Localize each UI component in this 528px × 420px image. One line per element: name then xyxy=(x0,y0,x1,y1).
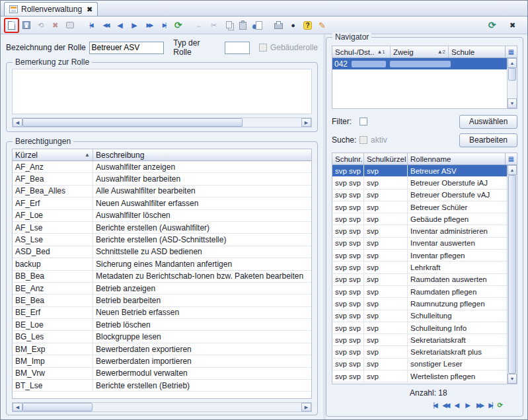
column-header-rollenname[interactable]: Rollenname xyxy=(408,153,505,164)
column-chooser-button[interactable]: ▦ xyxy=(505,153,517,164)
scrollbar-thumb[interactable] xyxy=(22,118,243,127)
table-row[interactable]: AF_BeaAuswahlfilter bearbeiten xyxy=(13,173,311,185)
table-row[interactable]: ASD_BedSchnittstelle zu ASD bedienen xyxy=(13,246,311,258)
table-row[interactable]: backupSicherung eines Mandanten anfertig… xyxy=(13,258,311,270)
scrollbar-track[interactable] xyxy=(22,118,301,127)
nav-fast-backward-button[interactable]: ◀◀ xyxy=(442,402,448,409)
table-row[interactable]: BT_LseBerichte erstellen (Betrieb) xyxy=(13,380,311,392)
copy-button[interactable] xyxy=(221,18,235,32)
table-row[interactable]: svp svpsvpRaumdaten auswerten xyxy=(332,274,507,286)
table-row[interactable]: 042 xyxy=(332,58,507,70)
table-row[interactable]: svp svpsvpRaumnutzung pflegen xyxy=(332,298,507,310)
refresh-button[interactable]: ⟳ xyxy=(171,18,185,32)
scrollbar-track[interactable] xyxy=(22,403,301,411)
column-header-schulnr[interactable]: Schul-/Dst.. ▲1 xyxy=(332,46,391,57)
paste-button[interactable] xyxy=(236,18,250,32)
nav-last-button[interactable]: ▶| xyxy=(488,402,491,409)
table-row[interactable]: BE_LoeBetrieb löschen xyxy=(13,319,311,331)
table-row[interactable]: AS_LseBerichte erstellen (ASD-Schnittste… xyxy=(13,234,311,246)
table-row[interactable]: svp svpsvpSchulleitung Info xyxy=(332,322,507,334)
last-record-button[interactable]: ▶| xyxy=(157,18,170,32)
column-header-beschreibung[interactable]: Beschreibung xyxy=(93,149,311,160)
fast-backward-button[interactable]: ◀◀ xyxy=(98,18,112,32)
scrollbar-thumb[interactable] xyxy=(508,68,516,81)
nav-next-button[interactable]: ▶ xyxy=(465,402,471,409)
scroll-up-button[interactable]: ▲ xyxy=(508,58,517,68)
table-row[interactable]: BE_ErfNeuen Betrieb erfassen xyxy=(13,307,311,319)
navigate-back-button[interactable]: ← xyxy=(192,18,206,32)
column-header-zweig[interactable]: Zweig ▲2 xyxy=(391,46,449,57)
table-row[interactable]: svp svpsvpInventar auswerten xyxy=(332,238,507,250)
column-header-schulkuerzel[interactable]: Schulkürzel xyxy=(364,153,408,164)
table-row[interactable]: svp svpsvpGebäude pflegen xyxy=(332,213,507,225)
table-row[interactable]: svp svpsvpInventar pflegen xyxy=(332,250,507,262)
table-row[interactable]: svp svpsvpSekretariatskraft xyxy=(332,334,507,346)
typ-input[interactable] xyxy=(225,42,250,54)
new-record-button[interactable] xyxy=(5,18,19,32)
table-row[interactable]: AF_LoeAuswahlfilter löschen xyxy=(13,210,311,222)
scroll-left-button[interactable]: ◀ xyxy=(13,118,22,127)
table-row[interactable]: svp svpsvpSchulleitung xyxy=(332,310,507,322)
print-button[interactable] xyxy=(272,18,285,32)
scroll-up-button[interactable]: ▲ xyxy=(508,165,517,175)
sync-view-button[interactable]: ⟳ xyxy=(485,18,499,32)
scroll-down-button[interactable]: ▼ xyxy=(508,98,517,108)
scrollbar-thumb[interactable] xyxy=(22,403,93,411)
next-record-button[interactable]: ▶ xyxy=(128,18,141,32)
tab-rollenverwaltung[interactable]: Rollenverwaltung ✖ xyxy=(4,2,98,16)
aktiv-checkbox[interactable] xyxy=(359,136,367,144)
table-row[interactable]: AF_Bea_AllesAlle Auswahlfilter bearbeite… xyxy=(13,186,311,197)
table-row[interactable]: svp svpsvpBetreuer ASV xyxy=(332,165,507,177)
assign-users-button[interactable] xyxy=(250,18,264,32)
table-row[interactable]: BM_VrwBewerbermodul verwalten xyxy=(13,368,311,380)
scrollbar-track[interactable] xyxy=(508,68,517,98)
nav-first-button[interactable]: |◀ xyxy=(433,402,436,409)
table-row[interactable]: svp svpsvpBetreuer Schüler xyxy=(332,201,507,213)
undo-button[interactable]: ⟲ xyxy=(34,18,48,32)
table-row[interactable]: BE_BeaBetrieb bearbeiten xyxy=(13,295,311,306)
table-row[interactable]: AF_AnzAuswahlfilter anzeigen xyxy=(13,161,311,173)
scroll-right-button[interactable]: ▶ xyxy=(301,118,311,127)
gebaeuderolle-checkbox[interactable] xyxy=(259,44,267,52)
scrollbar-track[interactable] xyxy=(508,175,517,374)
table-row[interactable]: svp svpsvpRaumdaten pflegen xyxy=(332,286,507,298)
discard-button[interactable] xyxy=(63,18,77,32)
table-row[interactable]: AF_LseBerichte erstellen (Auswahlfilter) xyxy=(13,222,311,234)
scroll-down-button[interactable]: ▼ xyxy=(508,374,517,384)
tab-close-icon[interactable]: ✖ xyxy=(87,6,93,13)
help-button[interactable]: ? xyxy=(301,18,315,32)
fast-forward-button[interactable]: ▶▶ xyxy=(142,18,156,32)
preview-button[interactable]: ● xyxy=(286,18,300,32)
table-row[interactable]: svp svpsvpWertelisten pflegen xyxy=(332,370,507,382)
scrollbar-thumb[interactable] xyxy=(508,175,516,374)
table-row[interactable]: svp svpsvpBetreuer Oberstufe iAJ xyxy=(332,177,507,189)
nav-refresh-button[interactable]: ⟳ xyxy=(498,402,503,409)
table-row[interactable]: svp svpsvpBetreuer Oberstufe vAJ xyxy=(332,190,507,201)
cut-button[interactable]: ✂ xyxy=(207,18,221,32)
scroll-right-button[interactable]: ▶ xyxy=(301,403,311,411)
bezeichnung-input[interactable] xyxy=(89,42,164,54)
table-row[interactable]: svp svpsvpInventar administrieren xyxy=(332,225,507,237)
quill-button[interactable]: ✎ xyxy=(315,18,329,32)
delete-button[interactable]: ✖ xyxy=(48,18,62,32)
table-row[interactable]: BE_AnzBetrieb anzeigen xyxy=(13,283,311,295)
table-row[interactable]: svp svpsvpLehrkraft xyxy=(332,262,507,273)
scroll-left-button[interactable]: ◀ xyxy=(13,403,22,411)
first-record-button[interactable]: |◀ xyxy=(84,18,98,32)
column-header-schule[interactable]: Schule xyxy=(449,46,505,57)
close-panel-button[interactable]: ✖ xyxy=(506,18,519,32)
table-row[interactable]: BM_ExpBewerberdaten exportieren xyxy=(13,343,311,355)
bemerkung-textarea[interactable] xyxy=(12,69,312,114)
column-header-schulnr[interactable]: Schulnr. xyxy=(332,153,364,164)
table-row[interactable]: AF_ErfNeuen Auswahlfilter erfassen xyxy=(13,197,311,209)
column-chooser-button[interactable]: ▦ xyxy=(505,46,517,57)
table-row[interactable]: BM_ImpBewerberdaten importieren xyxy=(13,355,311,367)
nav-previous-button[interactable]: ◀ xyxy=(455,402,460,409)
table-row[interactable]: BB_BeaMetadaten zu Berichtschab-Ionen bz… xyxy=(13,271,311,283)
filter-checkbox[interactable] xyxy=(359,118,367,125)
save-button[interactable] xyxy=(19,18,33,32)
bearbeiten-button[interactable]: Bearbeiten xyxy=(459,133,517,147)
table-row[interactable]: svp svpsvpSekretariatskraft plus xyxy=(332,346,507,358)
nav-fast-forward-button[interactable]: ▶▶ xyxy=(476,402,482,409)
auswaehlen-button[interactable]: Auswählen xyxy=(459,115,517,129)
